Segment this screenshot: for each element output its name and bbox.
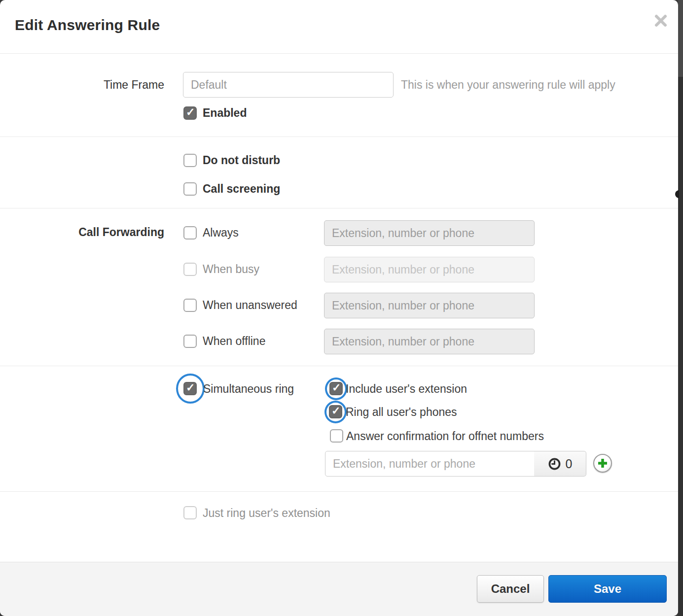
call-forwarding-section-label: Call Forwarding — [0, 226, 164, 239]
dialog-footer: Cancel Save — [0, 562, 678, 616]
time-frame-helper: This is when your answering rule will ap… — [401, 78, 615, 92]
do-not-disturb-checkbox[interactable] — [183, 154, 197, 167]
forward-always-input[interactable] — [324, 220, 535, 246]
call-screening-label[interactable]: Call screening — [203, 182, 280, 196]
section-divider — [0, 491, 678, 492]
close-icon[interactable] — [653, 13, 669, 29]
answer-confirmation-label[interactable]: Answer confirmation for offnet numbers — [346, 430, 544, 443]
ring-all-users-phones-checkbox[interactable] — [329, 405, 342, 418]
simultaneous-ring-label[interactable]: Simultaneous ring — [203, 382, 294, 396]
include-users-extension-label[interactable]: Include user's extension — [346, 382, 467, 396]
plus-icon — [597, 457, 609, 469]
enabled-checkbox[interactable] — [183, 106, 197, 120]
forward-when-offline-label[interactable]: When offline — [203, 335, 265, 348]
header-divider — [0, 53, 678, 54]
time-frame-input[interactable] — [183, 72, 394, 98]
forward-when-unanswered-label[interactable]: When unanswered — [203, 299, 297, 312]
clock-icon — [548, 457, 561, 471]
just-ring-label[interactable]: Just ring user's extension — [203, 507, 330, 520]
just-ring-checkbox[interactable] — [183, 506, 197, 519]
save-button[interactable]: Save — [548, 575, 667, 603]
edit-answering-rule-dialog: Edit Answering Rule Time Frame This is w… — [0, 0, 678, 616]
enabled-label[interactable]: Enabled — [203, 106, 247, 120]
scrollbar-track[interactable] — [678, 0, 683, 616]
forward-when-offline-checkbox[interactable] — [183, 335, 197, 348]
call-screening-checkbox[interactable] — [183, 182, 197, 196]
forward-when-busy-checkbox[interactable] — [183, 263, 197, 276]
add-destination-button[interactable] — [593, 454, 612, 473]
simultaneous-ring-checkbox[interactable] — [183, 382, 197, 395]
answer-confirmation-checkbox[interactable] — [330, 429, 343, 443]
section-divider — [0, 208, 678, 208]
forward-when-offline-input[interactable] — [324, 329, 535, 354]
forward-always-label[interactable]: Always — [203, 226, 239, 240]
ring-delay-button[interactable]: 0 — [534, 451, 586, 477]
time-frame-label: Time Frame — [0, 78, 164, 92]
ring-delay-value: 0 — [566, 457, 573, 471]
ring-all-users-phones-label[interactable]: Ring all user's phones — [346, 406, 457, 419]
forward-when-unanswered-checkbox[interactable] — [183, 299, 197, 312]
forward-always-checkbox[interactable] — [183, 226, 197, 240]
dialog-title: Edit Answering Rule — [15, 17, 160, 34]
forward-when-unanswered-input[interactable] — [324, 293, 535, 318]
cancel-button[interactable]: Cancel — [477, 575, 544, 603]
scrollbar-thumb[interactable] — [678, 0, 683, 77]
forward-when-busy-label[interactable]: When busy — [203, 263, 259, 276]
section-divider — [0, 137, 678, 137]
section-divider — [0, 366, 678, 366]
do-not-disturb-label[interactable]: Do not disturb — [203, 154, 280, 167]
sim-ring-destination-input[interactable] — [325, 451, 535, 477]
include-users-extension-checkbox[interactable] — [329, 382, 343, 395]
forward-when-busy-input[interactable] — [324, 257, 535, 282]
